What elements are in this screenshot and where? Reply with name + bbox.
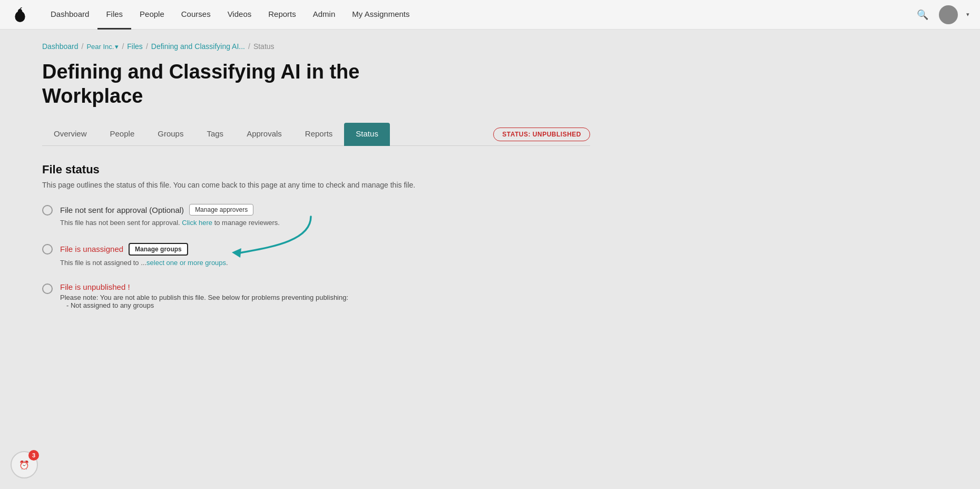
nav-reports[interactable]: Reports xyxy=(260,0,305,30)
tab-approvals[interactable]: Approvals xyxy=(235,123,293,146)
svg-point-3 xyxy=(946,11,951,16)
file-status-desc: This page outlines the status of this fi… xyxy=(42,181,590,189)
breadcrumb-sep-1: / xyxy=(82,42,84,51)
breadcrumb-org-dropdown[interactable]: Pear Inc. ▾ xyxy=(86,43,119,51)
manage-groups-button[interactable]: Manage groups xyxy=(129,243,188,256)
unpublished-content: File is unpublished ! Please note: You a… xyxy=(60,282,590,309)
app-logo[interactable] xyxy=(11,5,30,24)
status-unpublished-badge[interactable]: STATUS: UNPUBLISHED xyxy=(493,128,590,141)
file-status-section: File status This page outlines the statu… xyxy=(42,163,590,341)
tab-status[interactable]: Status xyxy=(344,123,390,146)
status-item-unpublished: File is unpublished ! Please note: You a… xyxy=(42,282,590,309)
approval-title: File not sent for approval (Optional) Ma… xyxy=(60,204,590,216)
page-title: Defining and Classifying AI in theWorkpl… xyxy=(42,60,590,108)
file-status-heading: File status xyxy=(42,163,590,177)
select-groups-link[interactable]: select one or more groups xyxy=(146,259,226,267)
nav-files[interactable]: Files xyxy=(97,0,131,30)
svg-point-4 xyxy=(944,17,953,21)
tab-reports[interactable]: Reports xyxy=(293,123,345,146)
unassigned-content: File is unassigned Manage groups This fi… xyxy=(60,243,590,268)
nav-right: 🔍 ▾ xyxy=(915,5,969,24)
status-item-approval: File not sent for approval (Optional) Ma… xyxy=(42,204,590,228)
notification-badge: 3 xyxy=(28,450,39,461)
user-avatar[interactable] xyxy=(939,5,958,24)
tabs-row: Overview People Groups Tags Approvals Re… xyxy=(42,123,590,146)
status-item-unassigned: File is unassigned Manage groups This fi… xyxy=(42,243,590,268)
tab-tags[interactable]: Tags xyxy=(195,123,235,146)
tab-people[interactable]: People xyxy=(99,123,146,146)
unassigned-title: File is unassigned Manage groups xyxy=(60,243,590,256)
tab-overview[interactable]: Overview xyxy=(42,123,99,146)
unassigned-desc: This file is not assigned to ...select o… xyxy=(60,258,590,268)
nav-my-assignments[interactable]: My Assignments xyxy=(344,0,418,30)
approval-content: File not sent for approval (Optional) Ma… xyxy=(60,204,590,228)
nav-videos[interactable]: Videos xyxy=(219,0,260,30)
approval-desc: This file has not been sent for approval… xyxy=(60,218,590,228)
breadcrumb-status: Status xyxy=(253,42,275,51)
notification-icon: ⏰ xyxy=(19,460,30,470)
top-navigation: Dashboard Files People Courses Videos Re… xyxy=(0,0,980,30)
breadcrumb-sep-2: / xyxy=(122,42,124,51)
breadcrumb: Dashboard / Pear Inc. ▾ / Files / Defini… xyxy=(42,42,590,51)
click-here-link[interactable]: Click here xyxy=(182,219,212,227)
unassigned-radio[interactable] xyxy=(42,244,53,255)
unpublished-title: File is unpublished ! xyxy=(60,282,590,291)
tab-groups[interactable]: Groups xyxy=(146,123,195,146)
svg-line-2 xyxy=(20,7,22,9)
nav-courses[interactable]: Courses xyxy=(173,0,219,30)
approval-radio[interactable] xyxy=(42,205,53,216)
notification-widget[interactable]: ⏰ 3 xyxy=(11,451,38,478)
breadcrumb-dashboard[interactable]: Dashboard xyxy=(42,42,79,51)
unpublished-note: Please note: You are not able to publish… xyxy=(60,294,590,309)
nav-admin[interactable]: Admin xyxy=(305,0,344,30)
breadcrumb-sep-4: / xyxy=(248,42,250,51)
search-button[interactable]: 🔍 xyxy=(915,7,930,23)
user-dropdown-arrow[interactable]: ▾ xyxy=(966,11,969,18)
logo-icon xyxy=(13,7,27,22)
unpublished-radio[interactable] xyxy=(42,283,53,294)
breadcrumb-files[interactable]: Files xyxy=(127,42,143,51)
svg-point-1 xyxy=(18,8,23,15)
nav-people[interactable]: People xyxy=(131,0,173,30)
breadcrumb-sep-3: / xyxy=(146,42,148,51)
main-content: Dashboard / Pear Inc. ▾ / Files / Defini… xyxy=(0,30,632,354)
breadcrumb-file-name[interactable]: Defining and Classifying AI... xyxy=(151,42,245,51)
nav-dashboard[interactable]: Dashboard xyxy=(42,0,97,30)
nav-links: Dashboard Files People Courses Videos Re… xyxy=(42,0,915,30)
manage-approvers-button[interactable]: Manage approvers xyxy=(189,204,253,216)
